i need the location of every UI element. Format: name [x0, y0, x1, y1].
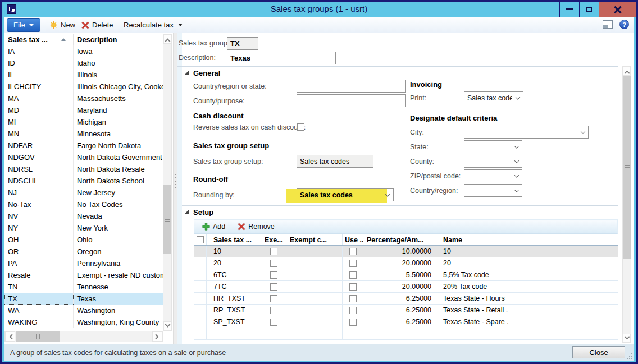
use-tax-checkbox[interactable] [349, 283, 357, 291]
hscroll-thumb[interactable] [16, 331, 60, 342]
tax-group-row[interactable]: MDMaryland [4, 104, 163, 116]
tax-group-description-cell[interactable]: Massachusetts [74, 93, 163, 104]
add-button[interactable]: Add [202, 223, 225, 231]
name-cell[interactable]: 10 [436, 246, 508, 257]
tax-group-code-cell[interactable]: Resale [4, 269, 74, 281]
tax-group-code-cell[interactable]: IA [4, 45, 74, 57]
tax-group-row[interactable]: TNTennesse [4, 281, 163, 293]
sales-tax-code-cell[interactable]: HR_TXST [207, 293, 261, 304]
name-cell[interactable]: Texas State - Retail ... [436, 305, 508, 316]
tax-group-description-cell[interactable]: Ohio [74, 234, 163, 246]
description-field[interactable] [227, 52, 336, 64]
row-selector[interactable] [194, 269, 207, 280]
tax-group-code-cell[interactable]: TN [4, 281, 74, 293]
delete-button[interactable]: Delete [81, 19, 113, 31]
scroll-up-arrow[interactable] [623, 67, 631, 76]
chevron-down-icon[interactable] [511, 141, 522, 153]
row-selector[interactable] [194, 281, 207, 292]
scroll-right-arrow[interactable] [152, 331, 162, 342]
tax-group-code-cell[interactable]: NDGOV [4, 151, 74, 163]
name-cell[interactable]: 5,5% Tax code [436, 269, 508, 280]
file-menu-button[interactable]: File [7, 18, 40, 32]
setup-row[interactable]: 7TC20.0000020% Tax code [194, 281, 618, 293]
maximize-button[interactable] [579, 2, 598, 17]
tax-group-description-cell[interactable]: Idaho [74, 57, 163, 69]
tax-group-code-cell[interactable]: NDSCHL [4, 175, 74, 187]
name-cell[interactable]: 20% Tax code [436, 281, 508, 292]
scroll-up-arrow[interactable] [163, 35, 171, 44]
name-cell[interactable]: Texas State - Spare ... [436, 316, 508, 328]
tax-group-code-cell[interactable]: MA [4, 93, 74, 104]
tax-group-code-cell[interactable]: MN [4, 128, 74, 140]
county-purpose-field[interactable] [297, 94, 406, 107]
setup-row[interactable]: RP_TXST6.25000Texas State - Retail ... [194, 305, 618, 316]
percentage-cell[interactable]: 5.50000 [363, 269, 436, 280]
tax-group-row[interactable]: IAIowa [4, 45, 163, 57]
exempt-checkbox[interactable] [270, 319, 277, 326]
collapse-triangle-icon[interactable] [184, 210, 189, 214]
exempt-code-cell[interactable] [286, 269, 343, 280]
column-header-sales-tax[interactable]: Sales tax ... [4, 34, 74, 45]
tax-group-row[interactable]: ILIllinois [4, 69, 163, 81]
panel-splitter[interactable] [173, 33, 177, 344]
scroll-down-arrow[interactable] [623, 334, 631, 343]
column-header-description[interactable]: Description [74, 34, 163, 45]
setup-row[interactable]: 6TC5.500005,5% Tax code [194, 269, 618, 281]
exempt-code-cell[interactable] [286, 257, 343, 269]
tax-group-row[interactable]: OROregon [4, 246, 163, 257]
tax-group-row[interactable]: ILCHCITYIllinois Chicago City, Cooke C [4, 81, 163, 93]
tax-group-description-cell[interactable]: North Dakota School [74, 175, 163, 187]
row-selector[interactable] [194, 257, 207, 269]
row-selector[interactable] [194, 246, 207, 257]
exempt-code-cell[interactable] [286, 293, 343, 304]
setup-row[interactable]: 1010.0000010 [194, 246, 618, 257]
tax-group-code-cell[interactable]: MI [4, 116, 74, 128]
tax-group-description-cell[interactable]: Illinois [74, 69, 163, 81]
tax-group-row[interactable]: NJNew Jersey [4, 187, 163, 199]
setup-row[interactable]: 2020.0000020 [194, 257, 618, 269]
column-header-percentage[interactable]: Percentage/Am... [363, 234, 436, 245]
country-region-dropdown[interactable] [464, 184, 522, 197]
scroll-down-arrow[interactable] [163, 321, 171, 330]
sales-tax-code-cell[interactable]: 7TC [207, 281, 261, 292]
recalculate-tax-button[interactable]: Recalculate tax [124, 19, 183, 31]
row-selector[interactable] [194, 305, 207, 316]
tax-group-description-cell[interactable]: Michigan [74, 116, 163, 128]
tax-group-row[interactable]: NDFARFargo North Dakota [4, 140, 163, 151]
tax-group-code-cell[interactable]: No-Tax [4, 199, 74, 210]
titlebar[interactable]: Sales tax groups (1 - usrt) [2, 2, 636, 17]
name-cell[interactable]: 20 [436, 257, 508, 269]
right-panel-vscrollbar[interactable] [622, 66, 631, 343]
tax-group-row[interactable]: TXTexas [4, 293, 163, 305]
tax-group-row[interactable]: WAWashington [4, 305, 163, 316]
new-button[interactable]: New [49, 19, 75, 31]
tax-group-row[interactable]: No-TaxNo Tax Codes [4, 199, 163, 210]
chevron-down-icon[interactable] [512, 92, 523, 104]
reverse-sales-tax-checkbox[interactable] [297, 123, 304, 131]
country-region-state-field[interactable] [297, 80, 406, 93]
use-tax-checkbox[interactable] [349, 307, 357, 314]
minimize-button[interactable] [559, 2, 578, 17]
tax-group-code-cell[interactable]: NDFAR [4, 140, 74, 151]
sales-tax-code-cell[interactable]: 6TC [207, 269, 261, 280]
chevron-down-icon[interactable] [382, 189, 393, 201]
left-grid-hscrollbar[interactable] [4, 331, 163, 342]
use-tax-checkbox[interactable] [349, 248, 357, 255]
exempt-checkbox[interactable] [270, 307, 277, 314]
tax-group-code-cell[interactable]: MD [4, 104, 74, 116]
sales-tax-code-cell[interactable]: 20 [207, 257, 261, 269]
tax-group-row[interactable]: NDGOVNorth Dakota Government [4, 151, 163, 163]
select-all-checkbox[interactable] [197, 236, 204, 243]
use-tax-checkbox[interactable] [349, 271, 357, 279]
exempt-checkbox[interactable] [270, 260, 277, 267]
chevron-down-icon[interactable] [511, 170, 522, 182]
percentage-cell[interactable]: 6.25000 [363, 316, 436, 328]
county-dropdown[interactable] [464, 155, 522, 168]
exempt-code-cell[interactable] [286, 246, 343, 257]
tax-group-row[interactable]: MIMichigan [4, 116, 163, 128]
use-tax-checkbox[interactable] [349, 260, 357, 267]
tax-group-description-cell[interactable]: North Dakota Government [74, 151, 163, 163]
row-selector[interactable] [194, 316, 207, 328]
exempt-code-cell[interactable] [286, 316, 343, 328]
tax-group-row[interactable]: MNMinnesota [4, 128, 163, 140]
